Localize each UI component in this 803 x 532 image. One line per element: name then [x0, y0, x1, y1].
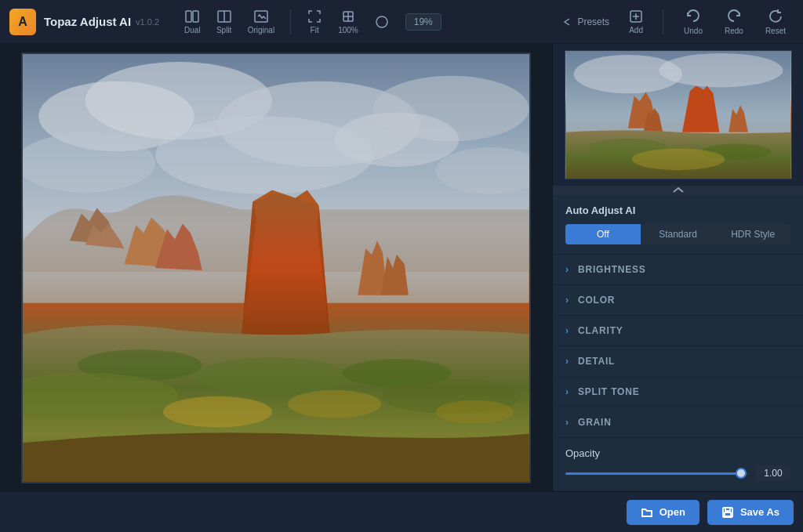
image-thumbnail — [565, 50, 792, 179]
chevron-right-icon: › — [565, 325, 569, 336]
chevron-right-icon: › — [565, 417, 569, 428]
opacity-slider-track[interactable] — [565, 472, 748, 475]
chevron-right-icon: › — [565, 356, 569, 367]
svg-rect-0 — [186, 11, 191, 22]
circle-tool-button[interactable] — [368, 11, 396, 33]
bottom-bar: Open Save As — [0, 491, 803, 532]
svg-point-34 — [631, 148, 725, 170]
svg-rect-37 — [725, 512, 731, 516]
chevron-right-icon: › — [565, 386, 569, 397]
opacity-section: Opacity 1.00 — [553, 438, 803, 491]
divider2 — [663, 9, 663, 34]
auto-adjust-toggle-group: Off Standard HDR Style — [565, 224, 790, 244]
main-area: Auto Adjust AI Off Standard HDR Style › … — [0, 44, 803, 491]
svg-rect-36 — [725, 508, 730, 511]
chevron-right-icon: › — [565, 295, 569, 306]
accordion-brightness[interactable]: › BRIGHTNESS — [553, 255, 803, 285]
split-view-button[interactable]: Split — [210, 5, 238, 38]
view-toolbar: Dual Split Original — [178, 5, 396, 38]
image-canvas-container — [21, 52, 531, 483]
fit-zoom-button[interactable]: Fit — [300, 5, 329, 38]
header: A Topaz Adjust AI v1.0.2 Dual Split — [0, 0, 803, 44]
zoom-badge: 19% — [405, 13, 441, 31]
dual-view-button[interactable]: Dual — [178, 5, 207, 38]
open-button[interactable]: Open — [627, 500, 699, 525]
right-panel: Auto Adjust AI Off Standard HDR Style › … — [552, 44, 803, 491]
header-actions: Presets Add Undo Redo — [555, 5, 794, 38]
auto-adjust-off-button[interactable]: Off — [565, 224, 641, 244]
svg-point-8 — [376, 16, 387, 27]
opacity-value: 1.00 — [756, 465, 790, 481]
svg-rect-1 — [193, 11, 198, 22]
reset-button[interactable]: Reset — [758, 5, 794, 38]
original-view-button[interactable]: Original — [242, 5, 281, 38]
auto-adjust-hdr-button[interactable]: HDR Style — [715, 224, 790, 244]
accordion-split-tone[interactable]: › SPLIT TONE — [553, 377, 803, 407]
accordion-detail[interactable]: › DETAIL — [553, 346, 803, 377]
svg-point-19 — [155, 116, 373, 194]
save-as-button[interactable]: Save As — [707, 500, 794, 525]
canvas-area — [0, 44, 552, 491]
accordion-color[interactable]: › COLOR — [553, 285, 803, 316]
chevron-right-icon: › — [565, 264, 569, 275]
auto-adjust-standard-button[interactable]: Standard — [641, 224, 716, 244]
app-logo: A — [9, 9, 36, 35]
svg-point-26 — [163, 396, 272, 427]
opacity-slider-thumb[interactable] — [736, 468, 747, 479]
accordion-grain[interactable]: › GRAIN — [553, 407, 803, 438]
divider — [290, 9, 291, 34]
app-version: v1.0.2 — [136, 17, 159, 27]
opacity-label: Opacity — [565, 447, 790, 459]
thumbnail-area — [553, 44, 803, 186]
zoom-100-button[interactable]: 100% — [332, 5, 365, 38]
accordion-clarity[interactable]: › CLARITY — [553, 316, 803, 346]
svg-point-28 — [436, 400, 514, 423]
undo-button[interactable]: Undo — [676, 5, 710, 38]
auto-adjust-section: Auto Adjust AI Off Standard HDR Style — [553, 195, 803, 255]
svg-point-27 — [288, 389, 381, 418]
redo-button[interactable]: Redo — [717, 5, 751, 38]
collapse-panel-button[interactable] — [553, 186, 803, 195]
image-canvas — [23, 54, 529, 482]
app-title: Topaz Adjust AI — [44, 15, 131, 28]
auto-adjust-title: Auto Adjust AI — [565, 204, 790, 216]
presets-button[interactable]: Presets — [555, 13, 616, 31]
opacity-row: 1.00 — [565, 465, 790, 481]
svg-point-31 — [659, 53, 783, 87]
add-button[interactable]: Add — [622, 5, 650, 38]
